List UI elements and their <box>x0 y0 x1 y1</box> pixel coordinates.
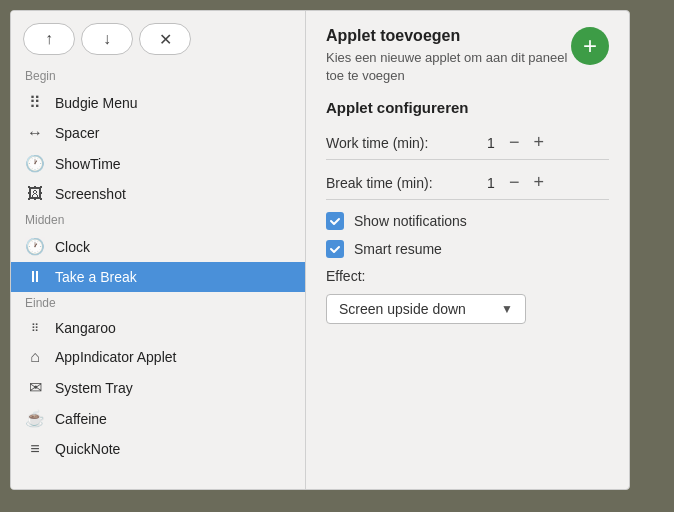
list-item-label: QuickNote <box>55 441 120 457</box>
list-item-screenshot[interactable]: 🖼 Screenshot <box>11 179 305 209</box>
applet-header-text: Applet toevoegen Kies een nieuwe applet … <box>326 27 571 85</box>
divider-1 <box>326 159 609 160</box>
work-time-value: 1 <box>481 135 501 151</box>
work-time-row: Work time (min): 1 − + <box>326 132 609 153</box>
caffeine-icon: ☕ <box>25 409 45 428</box>
list-item-system-tray[interactable]: ✉ System Tray <box>11 372 305 403</box>
appindicator-icon: ⌂ <box>25 348 45 366</box>
work-time-decrease[interactable]: − <box>507 132 522 153</box>
list-item-clock[interactable]: 🕐 Clock <box>11 231 305 262</box>
section-midden: Midden <box>11 209 305 231</box>
applet-desc: Kies een nieuwe applet om aan dit paneel… <box>326 49 571 85</box>
spacer-icon: ↔ <box>25 124 45 142</box>
list-item-label: Caffeine <box>55 411 107 427</box>
remove-button[interactable]: ✕ <box>139 23 191 55</box>
list-item-label: System Tray <box>55 380 133 396</box>
break-time-decrease[interactable]: − <box>507 172 522 193</box>
clock-icon: 🕐 <box>25 237 45 256</box>
effect-dropdown[interactable]: Screen upside down ▼ <box>326 294 526 324</box>
section-begin: Begin <box>11 65 305 87</box>
applet-title: Applet toevoegen <box>326 27 571 45</box>
list-item-budgie-menu[interactable]: ⠿ Budgie Menu <box>11 87 305 118</box>
toolbar: ↑ ↓ ✕ <box>11 11 305 65</box>
list-item-kangaroo[interactable]: ⠿ Kangaroo <box>11 314 305 342</box>
budgie-menu-icon: ⠿ <box>25 93 45 112</box>
list-item-label: Clock <box>55 239 90 255</box>
pause-icon: ⏸ <box>25 268 45 286</box>
work-time-spinner: − + <box>507 132 546 153</box>
divider-2 <box>326 199 609 200</box>
section-einde: Einde <box>11 292 305 314</box>
list-item-label: Screenshot <box>55 186 126 202</box>
work-time-label: Work time (min): <box>326 135 481 151</box>
list-item-spacer[interactable]: ↔ Spacer <box>11 118 305 148</box>
break-time-row: Break time (min): 1 − + <box>326 172 609 193</box>
list-item-take-a-break[interactable]: ⏸ Take a Break <box>11 262 305 292</box>
add-applet-button[interactable]: + <box>571 27 609 65</box>
left-panel: ↑ ↓ ✕ Begin ⠿ Budgie Menu ↔ Spacer 🕐 Sho… <box>11 11 306 489</box>
break-time-label: Break time (min): <box>326 175 481 191</box>
list-item-showtime[interactable]: 🕐 ShowTime <box>11 148 305 179</box>
break-time-spinner: − + <box>507 172 546 193</box>
list-item-label: Take a Break <box>55 269 137 285</box>
list-item-quicknote[interactable]: ≡ QuickNote <box>11 434 305 464</box>
right-panel: Applet toevoegen Kies een nieuwe applet … <box>306 11 629 489</box>
chevron-down-icon: ▼ <box>501 302 513 316</box>
smart-resume-label: Smart resume <box>354 241 442 257</box>
effect-value: Screen upside down <box>339 301 466 317</box>
main-panel: ↑ ↓ ✕ Begin ⠿ Budgie Menu ↔ Spacer 🕐 Sho… <box>10 10 630 490</box>
show-notifications-row[interactable]: Show notifications <box>326 212 609 230</box>
break-time-value: 1 <box>481 175 501 191</box>
list-item-label: Spacer <box>55 125 99 141</box>
applet-header-row: Applet toevoegen Kies een nieuwe applet … <box>326 27 609 85</box>
show-notifications-label: Show notifications <box>354 213 467 229</box>
screenshot-icon: 🖼 <box>25 185 45 203</box>
smart-resume-row[interactable]: Smart resume <box>326 240 609 258</box>
list-item-appindicator[interactable]: ⌂ AppIndicator Applet <box>11 342 305 372</box>
configure-title: Applet configureren <box>326 99 609 116</box>
list-item-label: Kangaroo <box>55 320 116 336</box>
checkmark-icon <box>329 243 341 255</box>
break-time-increase[interactable]: + <box>532 172 547 193</box>
move-up-button[interactable]: ↑ <box>23 23 75 55</box>
move-down-button[interactable]: ↓ <box>81 23 133 55</box>
checkmark-icon <box>329 215 341 227</box>
show-notifications-checkbox[interactable] <box>326 212 344 230</box>
smart-resume-checkbox[interactable] <box>326 240 344 258</box>
list-item-label: ShowTime <box>55 156 121 172</box>
kangaroo-icon: ⠿ <box>25 322 45 335</box>
effect-label: Effect: <box>326 268 609 284</box>
list-item-label: AppIndicator Applet <box>55 349 176 365</box>
clock-icon: 🕐 <box>25 154 45 173</box>
list-item-label: Budgie Menu <box>55 95 138 111</box>
work-time-increase[interactable]: + <box>532 132 547 153</box>
list-item-caffeine[interactable]: ☕ Caffeine <box>11 403 305 434</box>
quicknote-icon: ≡ <box>25 440 45 458</box>
tray-icon: ✉ <box>25 378 45 397</box>
